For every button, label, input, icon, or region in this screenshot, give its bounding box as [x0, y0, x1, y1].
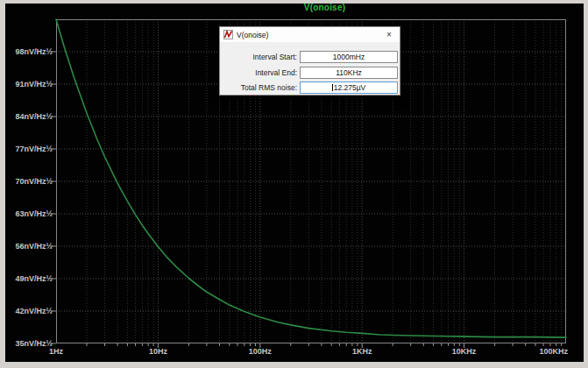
total-rms-noise-field[interactable]: 12.275µV: [300, 81, 398, 94]
interval-end-value[interactable]: 110KHz: [300, 67, 398, 79]
total-rms-noise-row: Total RMS noise: 12.275µV: [220, 81, 400, 94]
total-rms-noise-text: 12.275µV: [334, 83, 366, 92]
total-rms-noise-label: Total RMS noise:: [220, 81, 297, 94]
y-axis-tick-label: 56nV/Hz½: [2, 242, 53, 251]
interval-start-value[interactable]: 1000mHz: [300, 51, 398, 63]
interval-end-label: Interval End:: [220, 67, 297, 79]
dialog-titlebar[interactable]: V(onoise) ×: [220, 27, 400, 42]
ltspice-noise-plot-window: V(onoise) V(onoise) × Interval Start: 10…: [0, 0, 588, 368]
interval-end-text: 110KHz: [336, 68, 362, 77]
y-axis-tick-label: 91nV/Hz½: [2, 80, 53, 88]
y-axis-tick-label: 77nV/Hz½: [2, 145, 53, 153]
y-axis-tick-label: 42nV/Hz½: [2, 307, 53, 315]
x-axis-tick-label: 1KHz: [331, 347, 393, 357]
interval-end-row: Interval End: 110KHz: [220, 67, 400, 79]
x-axis-tick-label: 10Hz: [127, 347, 188, 357]
x-axis-tick-label: 10KHz: [434, 347, 495, 357]
interval-start-row: Interval Start: 1000mHz: [220, 51, 400, 63]
dialog-title: V(onoise): [237, 31, 382, 39]
y-axis-tick-label: 49nV/Hz½: [2, 274, 53, 283]
ltspice-logo-icon: [223, 30, 233, 39]
interval-start-text: 1000mHz: [333, 53, 365, 61]
y-axis-tick-label: 98nV/Hz½: [2, 47, 53, 56]
trace-legend-label[interactable]: V(onoise): [61, 3, 588, 15]
x-axis-tick-label: 100Hz: [230, 347, 291, 357]
x-axis-tick-label: 100KHz: [507, 347, 568, 357]
y-axis-tick-label: 84nV/Hz½: [2, 112, 53, 121]
text-cursor: [332, 84, 333, 91]
x-axis-tick-label: 1Hz: [25, 347, 87, 357]
y-axis-tick-label: 63nV/Hz½: [2, 209, 53, 218]
y-axis-tick-label: 70nV/Hz½: [2, 177, 53, 186]
noise-rms-dialog: V(onoise) × Interval Start: 1000mHz Inte…: [219, 26, 400, 96]
close-icon[interactable]: ×: [382, 28, 396, 42]
interval-start-label: Interval Start:: [220, 51, 297, 63]
